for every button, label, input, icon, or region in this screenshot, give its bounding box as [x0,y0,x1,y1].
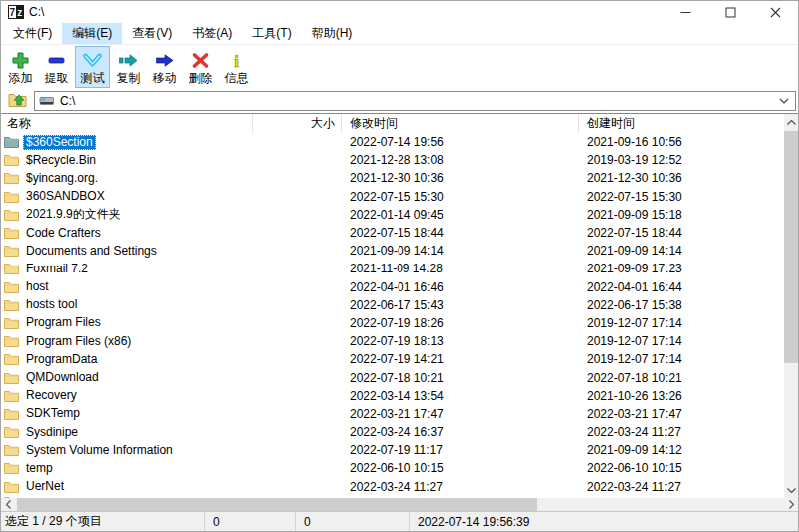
folder-icon [4,172,19,184]
file-modified: 2022-04-01 16:46 [342,278,579,296]
status-panel-3: 0 [296,512,410,531]
folder-icon [4,372,19,384]
toolbar-button-label: 复制 [117,70,141,86]
combo-dropdown-icon[interactable] [779,98,791,104]
folder-icon [4,426,19,438]
scroll-left-icon[interactable] [1,498,15,511]
file-created: 2019-12-07 17:14 [579,332,798,350]
file-created: 2021-09-09 15:18 [579,206,798,224]
horizontal-scroll-track[interactable] [15,498,784,511]
toolbar-test-button[interactable]: 测试 [75,46,110,88]
file-name-cell: temp [1,459,253,477]
column-header-created[interactable]: 创建时间 [579,114,798,133]
info-icon: i [226,50,247,70]
close-button[interactable] [753,1,798,23]
table-row[interactable]: Recovery2022-03-14 13:542021-10-26 13:26 [1,387,798,405]
file-size [253,133,342,151]
address-path-input[interactable]: C:\ [34,91,796,111]
file-name-cell: Program Files (x86) [1,332,253,350]
table-row[interactable]: host2022-04-01 16:462022-04-01 16:44 [1,278,798,296]
table-row[interactable]: SDKTemp2022-03-21 17:472022-03-21 17:47 [1,405,798,423]
file-modified: 2022-07-18 10:21 [342,368,579,386]
table-row[interactable]: UerNet2022-03-24 11:272022-03-24 11:27 [1,478,798,496]
toolbar-move-button[interactable]: 移动 [147,46,182,88]
file-name: host [23,279,52,294]
folder-up-icon [8,91,27,111]
menu-item-5[interactable]: 帮助(H) [302,23,363,44]
file-created: 2021-09-16 10:56 [579,133,798,151]
table-row[interactable]: Program Files (x86)2022-07-19 18:132019-… [1,332,798,350]
file-name-cell: 2021.9.9的文件夹 [1,206,253,224]
table-row[interactable]: 2021.9.9的文件夹2022-01-14 09:452021-09-09 1… [1,206,798,224]
table-row[interactable]: System Volume Information2022-07-19 11:1… [1,441,798,459]
table-row[interactable]: ProgramData2022-07-19 14:212019-12-07 17… [1,350,798,368]
drive-icon [39,95,55,107]
table-row[interactable]: $yincang.org.2021-12-30 10:362021-12-30 … [1,169,798,187]
table-row[interactable]: 360SANDBOX2022-07-15 15:302022-07-15 15:… [1,188,798,206]
folder-icon [4,299,19,311]
file-size [253,242,342,260]
window-title: C:\ [29,5,44,19]
file-size [253,224,342,242]
horizontal-scrollbar[interactable] [1,498,798,511]
file-name-cell: host [1,278,253,296]
file-name-cell: Code Crafters [1,224,253,242]
file-name: temp [23,461,56,476]
table-row[interactable]: temp2022-06-10 10:152022-06-10 10:15 [1,459,798,477]
table-row[interactable]: Documents and Settings2021-09-09 14:1420… [1,242,798,260]
vertical-scrollbar[interactable] [784,114,798,498]
menu-item-0[interactable]: 文件(F) [3,23,62,44]
parent-folder-button[interactable] [4,91,30,111]
file-created: 2019-12-07 17:14 [579,314,798,332]
test-icon [82,50,103,70]
file-name-cell: Documents and Settings [1,242,253,260]
vertical-scroll-thumb[interactable] [784,131,798,363]
column-header-size[interactable]: 大小 [253,114,342,133]
file-size [253,441,342,459]
table-row[interactable]: $360Section2022-07-14 19:562021-09-16 10… [1,133,798,151]
toolbar-extract-button[interactable]: 提取 [39,46,74,88]
table-row[interactable]: hosts tool2022-06-17 15:432022-06-17 15:… [1,296,798,314]
toolbar-copy-button[interactable]: 复制 [111,46,146,88]
horizontal-scroll-thumb[interactable] [17,498,537,511]
column-header-name[interactable]: 名称 [1,114,253,133]
minimize-button[interactable] [663,1,708,23]
scroll-down-icon[interactable] [784,482,798,498]
menu-item-3[interactable]: 书签(A) [182,23,242,44]
file-created: 2021-12-30 10:36 [579,169,798,187]
status-panel-2: 0 [205,512,296,531]
table-row[interactable]: Code Crafters2022-07-15 18:442022-07-15 … [1,224,798,242]
file-name-cell: UerNet [1,478,253,496]
table-row[interactable]: $Recycle.Bin2021-12-28 13:082019-03-19 1… [1,151,798,169]
file-name: hosts tool [23,297,80,312]
scroll-right-icon[interactable] [784,498,798,511]
file-modified: 2021-11-09 14:28 [342,260,579,277]
file-name: Sysdinipe [23,425,81,440]
column-header-modified[interactable]: 修改时间 [342,114,579,133]
file-name: SDKTemp [23,406,83,421]
file-name-cell: System Volume Information [1,441,253,459]
file-name-cell: $Recycle.Bin [1,151,253,169]
vertical-scroll-track[interactable] [784,130,798,482]
scroll-up-icon[interactable] [784,114,798,130]
table-row[interactable]: Sysdinipe2022-03-24 16:372022-03-24 11:2… [1,423,798,441]
table-row[interactable]: Foxmail 7.22021-11-09 14:282021-09-09 17… [1,260,798,277]
menu-item-4[interactable]: 工具(T) [242,23,301,44]
file-size [253,278,342,296]
file-created: 2021-09-09 14:12 [579,441,798,459]
table-row[interactable]: Program Files2022-07-19 18:262019-12-07 … [1,314,798,332]
toolbar-add-button[interactable]: 添加 [3,46,38,88]
menu-item-2[interactable]: 查看(V) [122,23,182,44]
toolbar-delete-button[interactable]: 删除 [183,46,218,88]
file-size [253,188,342,206]
file-created: 2022-07-15 18:44 [579,224,798,242]
menu-item-1[interactable]: 编辑(E) [62,23,122,44]
file-size [253,314,342,332]
file-name: $Recycle.Bin [23,153,99,168]
delete-icon [190,50,211,70]
toolbar-info-button[interactable]: i信息 [219,46,254,88]
file-size [253,169,342,187]
table-row[interactable]: QMDownload2022-07-18 10:212022-07-18 10:… [1,368,798,386]
file-name: Program Files (x86) [23,334,134,349]
maximize-button[interactable] [708,1,753,23]
